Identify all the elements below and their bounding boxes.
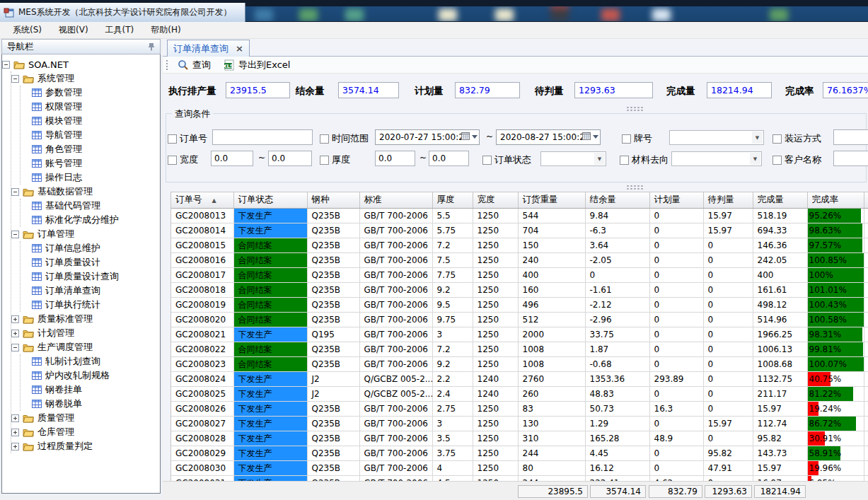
order-state-checkbox[interactable]: 订单状态 xyxy=(482,153,531,166)
checkbox-icon[interactable] xyxy=(772,134,782,144)
table-row[interactable]: GC2008013下发生产Q235BGB/T 700-20065.5125054… xyxy=(171,208,868,223)
column-header-订单号[interactable]: 订单号▲ xyxy=(171,192,233,208)
width-checkbox[interactable]: 宽度 xyxy=(168,153,198,166)
shipping-checkbox[interactable]: 装运方式 xyxy=(772,132,821,145)
table-row[interactable]: GC2008021下发生产Q195GB/T 700-20063125020003… xyxy=(171,327,868,342)
summary-value-1[interactable]: 3574.14 xyxy=(338,82,399,98)
table-row[interactable]: GC2008018合同结案Q235BGB/T 700-20069.2125016… xyxy=(171,282,868,297)
expand-plus-icon[interactable] xyxy=(11,443,19,450)
thickness-checkbox[interactable]: 厚度 xyxy=(320,153,350,166)
time-range-checkbox[interactable]: 时间范围 xyxy=(320,132,369,145)
tree-item-质量标准管理[interactable]: 质量标准管理 xyxy=(11,312,160,326)
collapse-minus-icon[interactable] xyxy=(11,75,19,83)
summary-value-3[interactable]: 1293.63 xyxy=(574,82,653,98)
checkbox-icon[interactable] xyxy=(320,134,329,144)
export-excel-button[interactable]: XLS 导出到Excel xyxy=(219,57,294,73)
tree-item-订单质量设计查询[interactable]: 订单质量设计查询 xyxy=(21,269,160,284)
shipping-input[interactable] xyxy=(833,129,868,145)
order-no-input[interactable] xyxy=(212,129,313,145)
menu-item-1[interactable]: 视图(V) xyxy=(52,22,96,38)
customer-input[interactable] xyxy=(833,151,868,166)
table-row[interactable]: GC2008030下发生产Q235BGB/T 700-2006412508016… xyxy=(171,460,868,475)
tree-item-导航管理[interactable]: 导航管理 xyxy=(21,128,160,142)
table-row[interactable]: GC2008025下发生产J2Q/GCBZ 005-2...2.41240260… xyxy=(171,386,868,401)
tree-item-参数管理[interactable]: 参数管理 xyxy=(21,86,160,100)
table-row[interactable]: GC2008015合同结案Q235BGB/T 700-20067.2125015… xyxy=(171,238,868,252)
tree-item-标准化学成分维护[interactable]: 标准化学成分维护 xyxy=(21,213,160,227)
tab-close-icon[interactable]: × xyxy=(236,43,243,54)
collapse-minus-icon[interactable] xyxy=(2,61,10,69)
tree-item-订单管理[interactable]: 订单管理 xyxy=(11,227,160,241)
tree-item-系统管理[interactable]: 系统管理 xyxy=(11,71,160,86)
column-header-订单状态[interactable]: 订单状态 xyxy=(233,192,307,208)
time-from-picker[interactable]: 2020-07-27 15:00:26 xyxy=(375,129,480,145)
checkbox-icon[interactable] xyxy=(482,156,492,165)
summary-value-2[interactable]: 832.79 xyxy=(455,82,520,98)
chevron-down-icon[interactable]: ▼ xyxy=(750,153,760,165)
column-header-结余量[interactable]: 结余量 xyxy=(585,192,649,208)
splitter-grip[interactable] xyxy=(626,185,644,190)
tree-item-基础数据管理[interactable]: 基础数据管理 xyxy=(11,185,160,199)
column-header-计划量[interactable]: 计划量 xyxy=(649,192,703,208)
summary-value-5[interactable]: 76.1637% xyxy=(823,82,868,98)
menu-item-2[interactable]: 工具(T) xyxy=(98,22,141,38)
column-header-钢种[interactable]: 钢种 xyxy=(307,192,359,208)
column-header-订货重量[interactable]: 订货重量 xyxy=(518,192,585,208)
tree-item-权限管理[interactable]: 权限管理 xyxy=(21,100,160,114)
tree-item-订单清单查询[interactable]: 订单清单查询 xyxy=(21,284,160,298)
tree-item-仓库管理[interactable]: 仓库管理 xyxy=(11,425,160,439)
table-row[interactable]: GC2008020合同结案Q235BGB/T 700-20069.7512505… xyxy=(171,312,868,327)
collapse-minus-icon[interactable] xyxy=(11,188,19,196)
table-row[interactable]: GC2008026下发生产Q235BGB/T 700-20062.7512508… xyxy=(171,401,868,416)
width-to-input[interactable]: 0.0 xyxy=(268,151,312,166)
calendar-icon[interactable] xyxy=(461,132,478,141)
pin-icon[interactable] xyxy=(148,42,155,51)
material-dest-checkbox[interactable]: 材料去向 xyxy=(620,153,669,166)
table-row[interactable]: GC2008027下发生产Q235BGB/T 700-2006312501301… xyxy=(171,416,868,431)
chevron-down-icon[interactable]: ▼ xyxy=(752,132,763,144)
tree-item-角色管理[interactable]: 角色管理 xyxy=(21,142,160,156)
menu-item-3[interactable]: 帮助(H) xyxy=(144,22,187,38)
checkbox-icon[interactable] xyxy=(622,134,631,144)
thickness-to-input[interactable]: 0.0 xyxy=(429,151,469,166)
material-dest-combo[interactable]: ▼ xyxy=(671,151,762,166)
tree-item-账号管理[interactable]: 账号管理 xyxy=(21,156,160,170)
tree-item-轧制计划查询[interactable]: 轧制计划查询 xyxy=(21,354,160,368)
tree-item-计划管理[interactable]: 计划管理 xyxy=(11,326,160,340)
expand-plus-icon[interactable] xyxy=(11,429,19,436)
tree-item-操作日志[interactable]: 操作日志 xyxy=(21,170,160,185)
table-row[interactable]: GC2008023合同结案Q235BGB/T 700-20069.2125010… xyxy=(171,356,868,371)
query-button[interactable]: 查询 xyxy=(173,57,215,73)
summary-value-0[interactable]: 23915.5 xyxy=(226,82,290,98)
checkbox-icon[interactable] xyxy=(168,134,177,144)
thickness-from-input[interactable]: 0.0 xyxy=(375,151,415,166)
tree-item-基础代码管理[interactable]: 基础代码管理 xyxy=(21,199,160,213)
tree-item-订单执行统计[interactable]: 订单执行统计 xyxy=(21,298,160,312)
checkbox-icon[interactable] xyxy=(772,156,782,165)
tree-item-订单信息维护[interactable]: 订单信息维护 xyxy=(21,241,160,255)
customer-checkbox[interactable]: 客户名称 xyxy=(772,153,821,166)
calendar-icon[interactable] xyxy=(582,132,598,141)
table-row[interactable]: GC2008031下发生产Q235BGB/T 700-20064.5125024… xyxy=(171,475,868,481)
tree-item-模块管理[interactable]: 模块管理 xyxy=(21,114,160,128)
order-no-checkbox[interactable]: 订单号 xyxy=(168,132,207,145)
column-header-宽度[interactable]: 宽度 xyxy=(473,192,518,208)
table-row[interactable]: GC2008016合同结案Q235BGB/T 700-20067.5125024… xyxy=(171,252,868,267)
chevron-down-icon[interactable]: ▼ xyxy=(594,153,605,165)
checkbox-icon[interactable] xyxy=(168,156,177,165)
tree-item-钢卷挂单[interactable]: 钢卷挂单 xyxy=(21,383,160,397)
table-row[interactable]: GC2008029下发生产Q235BGB/T 700-20063.7512502… xyxy=(171,446,868,460)
collapse-minus-icon[interactable] xyxy=(11,231,19,238)
column-header-待判量[interactable]: 待判量 xyxy=(703,192,753,208)
menu-item-0[interactable]: 系统(S) xyxy=(6,22,49,38)
brand-combo[interactable]: ▼ xyxy=(669,130,764,145)
tree-item-钢卷脱单[interactable]: 钢卷脱单 xyxy=(21,397,160,411)
column-header-完成量[interactable]: 完成量 xyxy=(753,192,807,208)
width-from-input[interactable]: 0.0 xyxy=(211,151,253,166)
checkbox-icon[interactable] xyxy=(320,156,329,165)
checkbox-icon[interactable] xyxy=(620,156,629,165)
tree-item-生产调度管理[interactable]: 生产调度管理 xyxy=(11,340,160,354)
tree-item-炉内改轧制规格[interactable]: 炉内改轧制规格 xyxy=(21,368,160,383)
tree-item-过程质量判定[interactable]: 过程质量判定 xyxy=(11,439,160,453)
window-title-area[interactable]: MES系统开发（北京科技大学设计研究院有限公司开发） xyxy=(0,3,245,22)
